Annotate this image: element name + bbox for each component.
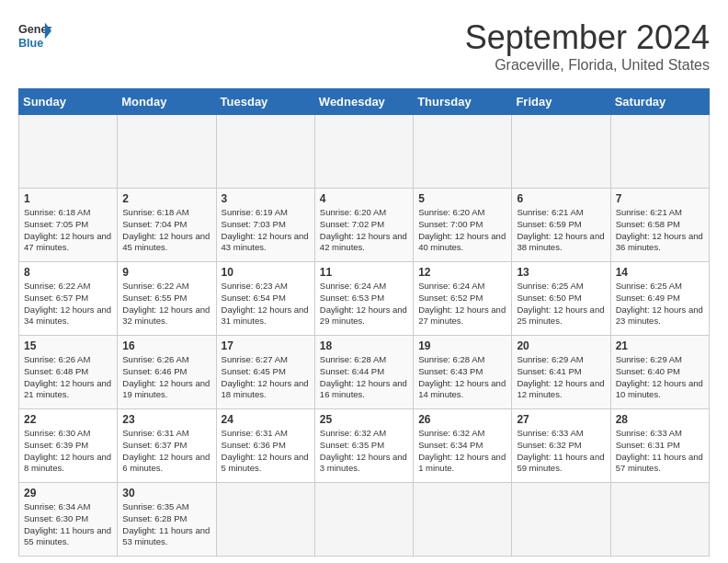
day-number: 26: [418, 413, 506, 426]
calendar-cell-day: 3Sunrise: 6:19 AMSunset: 7:03 PMDaylight…: [216, 189, 314, 262]
day-number: 2: [122, 192, 210, 205]
calendar-cell-empty: [610, 483, 709, 557]
calendar-cell-day: 20Sunrise: 6:29 AMSunset: 6:41 PMDayligh…: [512, 336, 610, 409]
calendar-cell-empty: [414, 483, 512, 557]
month-title: September 2024: [465, 18, 710, 57]
day-number: 5: [418, 192, 506, 205]
day-info: Sunrise: 6:25 AMSunset: 6:50 PMDaylight:…: [517, 281, 605, 327]
day-info: Sunrise: 6:33 AMSunset: 6:32 PMDaylight:…: [517, 428, 605, 475]
day-number: 4: [320, 192, 408, 205]
calendar-cell-empty: [314, 115, 413, 189]
calendar-cell-empty: [19, 115, 118, 189]
day-info: Sunrise: 6:26 AMSunset: 6:48 PMDaylight:…: [24, 354, 112, 401]
calendar-cell-day: 11Sunrise: 6:24 AMSunset: 6:53 PMDayligh…: [314, 262, 413, 336]
calendar-body: 1Sunrise: 6:18 AMSunset: 7:05 PMDaylight…: [19, 115, 710, 557]
calendar-cell-day: 30Sunrise: 6:35 AMSunset: 6:28 PMDayligh…: [118, 483, 216, 557]
day-number: 25: [320, 413, 408, 426]
day-info: Sunrise: 6:19 AMSunset: 7:03 PMDaylight:…: [222, 207, 310, 254]
calendar-cell-day: 10Sunrise: 6:23 AMSunset: 6:54 PMDayligh…: [216, 262, 314, 336]
calendar-cell-day: 28Sunrise: 6:33 AMSunset: 6:31 PMDayligh…: [610, 409, 709, 483]
calendar-cell-day: 6Sunrise: 6:21 AMSunset: 6:59 PMDaylight…: [512, 189, 610, 262]
day-info: Sunrise: 6:20 AMSunset: 7:00 PMDaylight:…: [418, 207, 506, 254]
calendar-header-saturday: Saturday: [610, 89, 709, 115]
day-info: Sunrise: 6:26 AMSunset: 6:46 PMDaylight:…: [122, 354, 210, 401]
day-number: 29: [24, 487, 112, 500]
calendar-cell-day: 22Sunrise: 6:30 AMSunset: 6:39 PMDayligh…: [19, 409, 118, 483]
calendar-cell-day: 7Sunrise: 6:21 AMSunset: 6:58 PMDaylight…: [610, 189, 709, 262]
calendar-cell-day: 23Sunrise: 6:31 AMSunset: 6:37 PMDayligh…: [118, 409, 216, 483]
day-info: Sunrise: 6:22 AMSunset: 6:57 PMDaylight:…: [24, 281, 112, 327]
calendar-cell-day: 21Sunrise: 6:29 AMSunset: 6:40 PMDayligh…: [610, 336, 709, 409]
calendar-header-sunday: Sunday: [19, 89, 118, 115]
day-number: 12: [418, 266, 506, 279]
day-number: 16: [122, 339, 210, 352]
calendar-cell-day: 2Sunrise: 6:18 AMSunset: 7:04 PMDaylight…: [118, 189, 216, 262]
day-info: Sunrise: 6:33 AMSunset: 6:31 PMDaylight:…: [616, 428, 704, 475]
calendar-cell-empty: [414, 115, 512, 189]
header: General Blue September 2024 Graceville, …: [18, 18, 710, 74]
calendar-table: SundayMondayTuesdayWednesdayThursdayFrid…: [18, 88, 710, 557]
calendar-week-row: 29Sunrise: 6:34 AMSunset: 6:30 PMDayligh…: [19, 483, 710, 557]
day-info: Sunrise: 6:27 AMSunset: 6:45 PMDaylight:…: [222, 354, 310, 401]
day-number: 17: [222, 339, 310, 352]
calendar-header-monday: Monday: [118, 89, 216, 115]
day-info: Sunrise: 6:32 AMSunset: 6:35 PMDaylight:…: [320, 428, 408, 475]
calendar-cell-day: 26Sunrise: 6:32 AMSunset: 6:34 PMDayligh…: [414, 409, 512, 483]
calendar-week-row: 22Sunrise: 6:30 AMSunset: 6:39 PMDayligh…: [19, 409, 710, 483]
day-number: 23: [122, 413, 210, 426]
calendar-cell-day: 17Sunrise: 6:27 AMSunset: 6:45 PMDayligh…: [216, 336, 314, 409]
day-info: Sunrise: 6:21 AMSunset: 6:58 PMDaylight:…: [616, 207, 704, 254]
day-info: Sunrise: 6:25 AMSunset: 6:49 PMDaylight:…: [616, 281, 704, 327]
day-info: Sunrise: 6:24 AMSunset: 6:53 PMDaylight:…: [320, 281, 408, 327]
day-number: 20: [517, 339, 605, 352]
calendar-cell-empty: [216, 115, 314, 189]
calendar-week-row: 15Sunrise: 6:26 AMSunset: 6:48 PMDayligh…: [19, 336, 710, 409]
day-number: 22: [24, 413, 112, 426]
calendar-cell-day: 25Sunrise: 6:32 AMSunset: 6:35 PMDayligh…: [314, 409, 413, 483]
calendar-header-wednesday: Wednesday: [314, 89, 413, 115]
day-info: Sunrise: 6:22 AMSunset: 6:55 PMDaylight:…: [122, 281, 210, 327]
day-number: 18: [320, 339, 408, 352]
day-info: Sunrise: 6:35 AMSunset: 6:28 PMDaylight:…: [122, 501, 210, 548]
calendar-header-thursday: Thursday: [414, 89, 512, 115]
calendar-week-row: 1Sunrise: 6:18 AMSunset: 7:05 PMDaylight…: [19, 189, 710, 262]
calendar-cell-day: 16Sunrise: 6:26 AMSunset: 6:46 PMDayligh…: [118, 336, 216, 409]
day-number: 24: [222, 413, 310, 426]
calendar-cell-empty: [512, 115, 610, 189]
day-info: Sunrise: 6:29 AMSunset: 6:41 PMDaylight:…: [517, 354, 605, 401]
day-number: 13: [517, 266, 605, 279]
calendar-cell-empty: [610, 115, 709, 189]
calendar-cell-day: 4Sunrise: 6:20 AMSunset: 7:02 PMDaylight…: [314, 189, 413, 262]
day-info: Sunrise: 6:23 AMSunset: 6:54 PMDaylight:…: [222, 281, 310, 327]
day-number: 30: [122, 487, 210, 500]
calendar-header-tuesday: Tuesday: [216, 89, 314, 115]
calendar-week-row: 8Sunrise: 6:22 AMSunset: 6:57 PMDaylight…: [19, 262, 710, 336]
title-area: September 2024 Graceville, Florida, Unit…: [465, 18, 710, 74]
calendar-cell-day: 1Sunrise: 6:18 AMSunset: 7:05 PMDaylight…: [19, 189, 118, 262]
day-number: 7: [616, 192, 704, 205]
day-number: 15: [24, 339, 112, 352]
calendar-cell-day: 13Sunrise: 6:25 AMSunset: 6:50 PMDayligh…: [512, 262, 610, 336]
calendar-cell-day: 15Sunrise: 6:26 AMSunset: 6:48 PMDayligh…: [19, 336, 118, 409]
day-info: Sunrise: 6:18 AMSunset: 7:05 PMDaylight:…: [24, 207, 112, 254]
day-info: Sunrise: 6:28 AMSunset: 6:43 PMDaylight:…: [418, 354, 506, 401]
calendar-cell-empty: [216, 483, 314, 557]
day-number: 11: [320, 266, 408, 279]
day-number: 9: [122, 266, 210, 279]
svg-text:Blue: Blue: [18, 37, 43, 50]
calendar-cell-empty: [314, 483, 413, 557]
day-info: Sunrise: 6:31 AMSunset: 6:36 PMDaylight:…: [222, 428, 310, 475]
calendar-cell-day: 19Sunrise: 6:28 AMSunset: 6:43 PMDayligh…: [414, 336, 512, 409]
logo: General Blue: [18, 18, 51, 52]
day-number: 10: [222, 266, 310, 279]
day-info: Sunrise: 6:32 AMSunset: 6:34 PMDaylight:…: [418, 428, 506, 475]
day-number: 27: [517, 413, 605, 426]
day-info: Sunrise: 6:31 AMSunset: 6:37 PMDaylight:…: [122, 428, 210, 475]
calendar-cell-day: 9Sunrise: 6:22 AMSunset: 6:55 PMDaylight…: [118, 262, 216, 336]
calendar-cell-day: 18Sunrise: 6:28 AMSunset: 6:44 PMDayligh…: [314, 336, 413, 409]
day-info: Sunrise: 6:28 AMSunset: 6:44 PMDaylight:…: [320, 354, 408, 401]
calendar-week-row: [19, 115, 710, 189]
calendar-cell-day: 24Sunrise: 6:31 AMSunset: 6:36 PMDayligh…: [216, 409, 314, 483]
day-number: 14: [616, 266, 704, 279]
day-number: 8: [24, 266, 112, 279]
